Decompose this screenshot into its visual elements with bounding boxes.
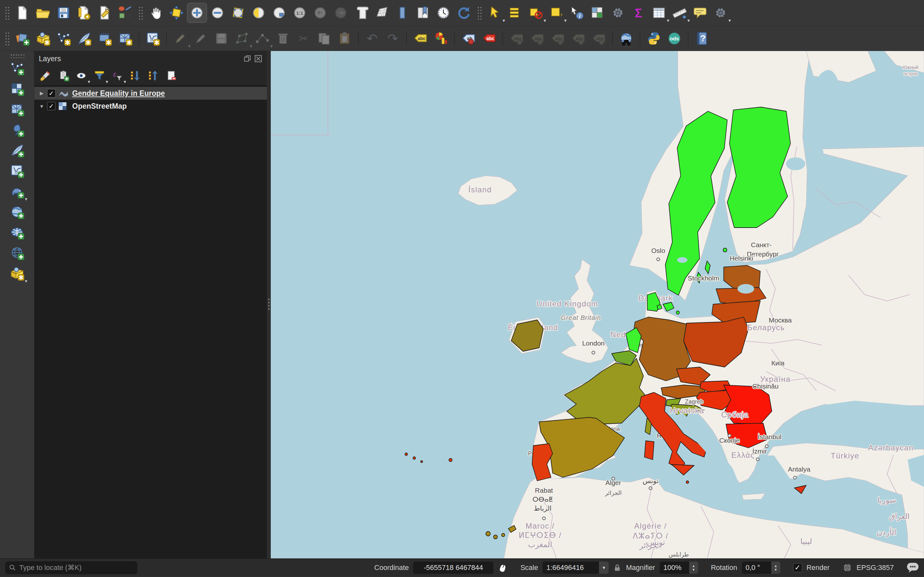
show-statistics-button[interactable]: Σ <box>628 3 648 23</box>
temporal-controller-button[interactable] <box>433 3 453 23</box>
attribute-table-button[interactable]: ▾ <box>649 3 669 23</box>
identify-features-button[interactable]: i <box>567 3 587 23</box>
change-label-button[interactable]: abc <box>589 29 609 48</box>
move-label-diagram-button[interactable]: abc <box>548 29 567 48</box>
messages-icon[interactable] <box>907 562 919 573</box>
remove-layer-button[interactable] <box>163 67 180 84</box>
deselect-features-button[interactable]: ▾ <box>526 3 546 23</box>
layer-labeling-button[interactable]: abc <box>410 29 430 48</box>
zoom-last-button[interactable] <box>310 3 330 23</box>
layer-row-0[interactable]: ▶✓Gender Equality in Europe <box>34 87 267 100</box>
zoom-to-selection-button[interactable] <box>249 3 268 23</box>
layer-diagram-button[interactable] <box>431 29 451 48</box>
python-console-button[interactable] <box>644 29 664 48</box>
zoom-next-button[interactable] <box>331 3 351 23</box>
pan-map-button[interactable] <box>146 3 166 23</box>
scale-combobox[interactable]: 1:66496416 ▼ <box>543 562 609 574</box>
layer-styling-button[interactable] <box>37 67 54 84</box>
add-virtual-layer-button[interactable] <box>7 161 27 181</box>
extents-toggle-icon[interactable] <box>498 562 507 573</box>
layer-label[interactable]: OpenStreetMap <box>72 102 127 111</box>
move-label-button[interactable]: abc <box>507 29 527 48</box>
expand-all-button[interactable] <box>127 67 144 84</box>
paste-features-button[interactable] <box>334 29 355 48</box>
new-3d-map-view-button[interactable] <box>372 3 392 23</box>
new-gpx-layer-button[interactable] <box>143 29 163 48</box>
add-postgis-layer-button[interactable]: ▾ <box>7 181 27 201</box>
add-vector-layer-button[interactable] <box>7 58 27 78</box>
layer-row-1[interactable]: ▼✓OpenStreetMap <box>34 100 267 113</box>
float-panel-button[interactable] <box>243 55 252 63</box>
new-temporary-scratch-layer-button[interactable] <box>74 29 94 48</box>
options-button[interactable]: ▾ <box>711 3 730 23</box>
save-edits-button[interactable] <box>212 29 231 48</box>
layer-expander[interactable]: ▶ <box>37 90 47 96</box>
locate-input[interactable]: Type to locate (⌘K) <box>5 561 137 574</box>
magnifier-spinner[interactable]: 100% ▲▼ <box>660 562 698 574</box>
ods-plugin-button[interactable]: ods <box>664 29 684 48</box>
cut-features-button[interactable]: ✂ <box>294 29 313 48</box>
new-geopackage-layer-button[interactable] <box>33 29 53 48</box>
add-wcs-layer-button[interactable] <box>7 222 27 242</box>
new-project-button[interactable] <box>13 3 32 23</box>
refresh-map-button[interactable] <box>454 3 474 23</box>
coordinate-input[interactable]: -5655718 6467844 <box>413 562 493 574</box>
new-shapefile-layer-button[interactable] <box>53 29 73 48</box>
pin-labels-button[interactable]: ab <box>459 29 478 48</box>
measure-button[interactable]: ▾ <box>670 3 690 23</box>
layer-expander[interactable]: ▼ <box>37 103 47 109</box>
highlight-pinned-labels-button[interactable]: abc <box>479 29 499 48</box>
show-hide-labels-button[interactable]: abc <box>527 29 547 48</box>
copy-features-button[interactable] <box>314 29 334 48</box>
data-source-manager-button[interactable] <box>13 29 32 48</box>
statistical-summary-button[interactable] <box>588 3 607 23</box>
rotation-spinner[interactable]: 0,0 ° ▲▼ <box>742 562 780 574</box>
filter-by-expression-button[interactable]: ε▾ <box>109 67 126 84</box>
current-edits-button[interactable]: ▾ <box>170 29 190 48</box>
new-spatial-bookmark-button[interactable] <box>393 3 412 23</box>
rotate-label-button[interactable]: abc <box>568 29 588 48</box>
feature-action-button[interactable] <box>608 3 628 23</box>
save-project-button[interactable] <box>53 3 73 23</box>
map-canvas[interactable]: Éire / IrelandDanmarkNederlandHamburgBer… <box>271 51 924 558</box>
undo-button[interactable]: ↶ <box>362 29 382 48</box>
add-delimited-text-layer-button[interactable] <box>7 120 27 140</box>
select-features-button[interactable]: ▾ <box>485 3 505 23</box>
panel-splitter[interactable] <box>267 51 271 558</box>
add-raster-layer-button[interactable] <box>7 79 27 99</box>
metasearch-button[interactable] <box>616 29 636 48</box>
render-checkbox[interactable]: ✓ <box>793 563 802 572</box>
zoom-to-layer-button[interactable] <box>269 3 289 23</box>
layer-checkbox[interactable]: ✓ <box>47 89 55 97</box>
filter-legend-button[interactable]: ▾ <box>91 67 108 84</box>
help-button[interactable]: ? <box>692 29 712 48</box>
show-spatial-bookmarks-button[interactable] <box>413 3 433 23</box>
show-layout-manager-button[interactable] <box>95 3 115 23</box>
delete-selected-button[interactable] <box>273 29 293 48</box>
add-spatialite-layer-button[interactable] <box>7 140 27 160</box>
vertex-tool-button[interactable]: ▾ <box>252 29 272 48</box>
select-by-value-button[interactable] <box>505 3 525 23</box>
new-print-layout-button[interactable] <box>74 3 94 23</box>
select-all-button[interactable]: ▾ <box>546 3 566 23</box>
redo-button[interactable]: ↷ <box>383 29 403 48</box>
layer-label[interactable]: Gender Equality in Europe <box>72 89 165 98</box>
layer-checkbox[interactable]: ✓ <box>47 102 55 110</box>
add-wms-layer-button[interactable] <box>7 202 27 222</box>
toggle-editing-button[interactable] <box>191 29 211 48</box>
close-panel-button[interactable] <box>254 55 262 63</box>
style-manager-button[interactable]: a <box>115 3 135 23</box>
new-map-view-button[interactable] <box>351 3 371 23</box>
pan-to-selection-button[interactable] <box>166 3 186 23</box>
map-tips-button[interactable] <box>690 3 710 23</box>
digitize-button[interactable]: ▾ <box>232 29 252 48</box>
new-geopackage-button[interactable]: ▾ <box>7 263 27 284</box>
new-mesh-layer-button[interactable] <box>115 29 135 48</box>
manage-map-themes-button[interactable]: ▾ <box>73 67 90 84</box>
collapse-all-button[interactable] <box>145 67 162 84</box>
crs-globe-icon[interactable] <box>843 563 852 572</box>
lock-icon[interactable] <box>613 563 622 572</box>
zoom-out-button[interactable] <box>208 3 228 23</box>
zoom-in-button[interactable] <box>187 3 207 23</box>
new-virtual-layer-button[interactable] <box>95 29 115 48</box>
